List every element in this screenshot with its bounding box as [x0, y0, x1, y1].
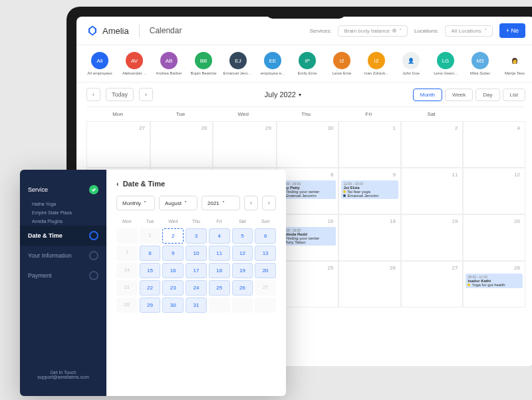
service-sub-1: Hatha Yoga [20, 200, 106, 208]
employee-chip[interactable]: AVAleksandar ... [121, 52, 148, 75]
services-filter[interactable]: Brain body balance˅ [338, 25, 408, 37]
event-person: Tony Tatton [281, 240, 334, 244]
cell-date: 30 [279, 124, 336, 132]
view-list[interactable]: List [503, 89, 525, 101]
mini-calendar-day[interactable]: 30 [162, 298, 184, 313]
today-button[interactable]: Today [106, 88, 134, 101]
cell-date: 4 [466, 124, 523, 132]
calendar-cell[interactable]: 2808:00 - 11:00Isador KathiYoga for gut … [463, 261, 525, 307]
mini-calendar-day[interactable]: 4 [209, 228, 230, 244]
calendar-cell[interactable]: 26 [338, 261, 401, 307]
mini-calendar-day[interactable]: 3 [186, 228, 207, 244]
month-select[interactable]: August˅ [159, 196, 198, 210]
mini-calendar-day[interactable]: 18 [209, 263, 230, 278]
mini-calendar-day[interactable]: 17 [186, 263, 207, 278]
step-your-information[interactable]: Your Information [20, 246, 106, 266]
employee-chip[interactable]: M3Mika Sober [467, 52, 493, 75]
service-sub-3: Amelia Plugins [20, 217, 106, 226]
mini-calendar-day[interactable]: 6 [255, 228, 276, 244]
employee-chip[interactable]: LGLena Gwen... [432, 52, 459, 75]
mini-calendar-day[interactable]: 26 [232, 280, 253, 296]
next-button[interactable]: › [139, 88, 153, 101]
mini-calendar-day[interactable]: 2 [162, 228, 184, 244]
employee-chip[interactable]: I2Lexie Erne [329, 52, 355, 75]
calendar-cell[interactable]: 18 [338, 214, 401, 261]
step-service[interactable]: Service [20, 180, 106, 200]
calendar-cell[interactable]: 912:00 - 15:00Joi ElsieNo fear yogaEmanu… [338, 168, 401, 214]
calendar-header-row: MonTueWedThuFriSat [86, 106, 525, 121]
mini-day-header: Thu [186, 217, 207, 226]
circle-icon [89, 251, 98, 260]
view-week[interactable]: Week [445, 89, 473, 101]
cell-date: 25 [279, 264, 336, 272]
prev-button[interactable]: ‹ [86, 88, 100, 101]
calendar-cell[interactable]: 28 [150, 121, 213, 168]
mini-calendar-day[interactable]: 12 [232, 246, 253, 261]
picker-next-button[interactable]: › [262, 196, 276, 210]
booking-widget: Service Hatha Yoga Empire State Plaza Am… [20, 170, 286, 396]
cell-date: 8 [279, 170, 336, 179]
new-button[interactable]: + Ne [499, 23, 525, 38]
mini-day-header: Tue [140, 217, 161, 226]
brand-logo-icon [86, 25, 98, 37]
cell-date: 1 [341, 124, 398, 132]
mini-calendar-day[interactable]: 9 [162, 246, 184, 261]
calendar-cell[interactable]: 27 [86, 121, 150, 168]
calendar-cell[interactable]: 27 [401, 261, 464, 307]
employee-chip[interactable]: AllAll employees [86, 52, 113, 75]
calendar-event[interactable]: 07:00 - 09:00Issy PattyFinding your cent… [279, 180, 336, 199]
employee-avatar: LG [437, 52, 454, 69]
day-header: Tue [149, 107, 211, 121]
calendar-cell[interactable]: 11 [401, 168, 464, 214]
contact-info: Get in Touch support@ameliatms.com [20, 363, 106, 386]
calendar-event[interactable]: 17:00 - 19:00Melinda ReddFinding your ce… [279, 227, 336, 246]
mini-calendar-day[interactable]: 5 [232, 228, 253, 244]
mini-calendar-day[interactable]: 8 [140, 246, 161, 261]
cell-date: 2 [404, 124, 461, 132]
calendar-cell[interactable]: 29 [213, 121, 277, 168]
employee-chip[interactable]: EJEmanuel Jeronim [225, 52, 251, 75]
calendar-cell[interactable]: 1 [338, 121, 401, 168]
mini-calendar-day[interactable]: 24 [186, 280, 207, 296]
year-select[interactable]: 2021˅ [201, 196, 240, 210]
locations-filter[interactable]: All Locations˅ [445, 25, 492, 37]
calendar-cell[interactable]: 19 [401, 214, 464, 261]
mini-calendar-day[interactable]: 31 [186, 298, 207, 313]
mini-calendar-day[interactable]: 20 [255, 263, 276, 278]
employee-chip[interactable]: IZIvan Zdravk... [363, 52, 390, 75]
employee-chip[interactable]: IPEmily Erne [294, 52, 321, 75]
calendar-event[interactable]: 12:00 - 15:00Joi ElsieNo fear yogaEmanue… [341, 180, 398, 199]
view-month[interactable]: Month [413, 89, 442, 101]
chevron-left-icon[interactable]: ‹ [116, 180, 119, 188]
mini-calendar-day[interactable]: 22 [140, 280, 161, 296]
mini-calendar-day[interactable]: 23 [162, 280, 184, 296]
calendar-cell[interactable]: 12 [463, 168, 525, 214]
current-month-label[interactable]: July 2022▾ [265, 91, 301, 99]
employee-chip[interactable]: ABAndrea Barber [156, 52, 182, 75]
mini-calendar-day[interactable]: 15 [140, 263, 161, 278]
mini-calendar-day[interactable]: 29 [140, 298, 161, 313]
event-person: Emanuel Jeronim [343, 194, 396, 198]
picker-prev-button[interactable]: ‹ [244, 196, 258, 210]
mini-calendar-day[interactable]: 11 [209, 246, 230, 261]
step-payment[interactable]: Payment [20, 266, 106, 286]
mini-calendar-day[interactable]: 13 [255, 246, 276, 261]
employee-chip[interactable]: EEemployee e... [259, 52, 286, 75]
calendar-cell[interactable]: 30 [277, 121, 339, 168]
employee-avatar: IZ [368, 52, 385, 69]
calendar-cell[interactable]: 20 [463, 214, 525, 261]
calendar-event[interactable]: 08:00 - 11:00Isador KathiYoga for gut he… [466, 274, 523, 288]
step-datetime[interactable]: Date & Time [20, 226, 106, 246]
mini-calendar-day [255, 298, 276, 313]
employee-chip[interactable]: 👤John Doe [398, 52, 424, 75]
mini-calendar-day[interactable]: 25 [209, 280, 230, 296]
calendar-cell[interactable]: 4 [463, 121, 525, 168]
employee-chip[interactable]: 👩Marija Tess [501, 52, 528, 75]
mini-calendar-day[interactable]: 19 [232, 263, 253, 278]
mini-calendar-day[interactable]: 16 [162, 263, 184, 278]
frequency-select[interactable]: Monthly˅ [116, 196, 155, 210]
calendar-cell[interactable]: 2 [401, 121, 464, 168]
employee-chip[interactable]: BBBojan Beatrice [190, 52, 217, 75]
mini-calendar-day[interactable]: 10 [186, 246, 207, 261]
view-day[interactable]: Day [475, 89, 499, 101]
